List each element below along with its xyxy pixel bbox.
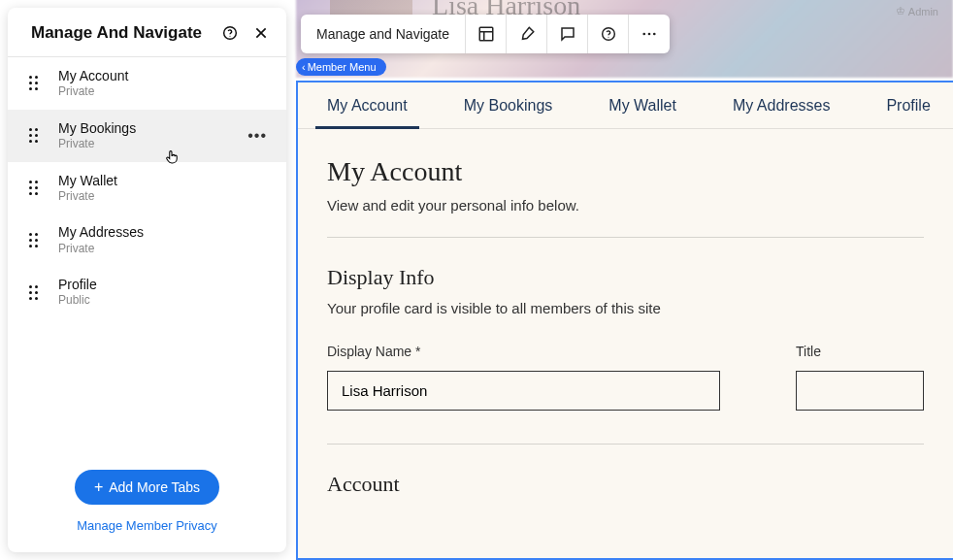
sidebar-item-privacy: Private xyxy=(58,84,128,100)
display-name-input[interactable] xyxy=(327,371,720,411)
plus-icon: + xyxy=(94,479,103,495)
sidebar-item-privacy: Private xyxy=(58,137,136,152)
sidebar-item-label: My Addresses xyxy=(58,223,144,241)
svg-rect-2 xyxy=(479,27,493,41)
toolbar-title[interactable]: Manage and Navigate xyxy=(301,15,466,53)
account-body: My Account View and edit your personal i… xyxy=(298,129,953,524)
drag-handle-icon[interactable] xyxy=(29,181,43,195)
drag-handle-icon[interactable] xyxy=(29,233,43,247)
section-subtitle: Your profile card is visible to all memb… xyxy=(327,300,924,316)
help-icon[interactable] xyxy=(220,23,240,43)
admin-badge: ♔ Admin xyxy=(896,5,938,17)
more-options-icon[interactable]: ••• xyxy=(247,127,267,145)
drag-handle-icon[interactable] xyxy=(29,128,43,143)
tabs-list: My Account Private My Bookings Private •… xyxy=(8,57,286,470)
panel-header-actions xyxy=(220,23,271,43)
title-label: Title xyxy=(796,344,924,359)
sidebar-item-label: Profile xyxy=(58,276,97,293)
comment-icon[interactable] xyxy=(547,15,588,53)
layout-icon[interactable] xyxy=(466,15,507,53)
tab-my-bookings[interactable]: My Bookings xyxy=(464,82,553,128)
member-tabs: My Account My Bookings My Wallet My Addr… xyxy=(298,82,953,129)
page-subtitle: View and edit your personal info below. xyxy=(327,197,924,214)
page-title: My Account xyxy=(327,156,924,187)
tab-my-addresses[interactable]: My Addresses xyxy=(733,82,830,128)
member-menu-label: Member Menu xyxy=(308,61,377,73)
svg-point-1 xyxy=(229,36,230,37)
add-more-tabs-label: Add More Tabs xyxy=(109,479,200,495)
design-icon[interactable] xyxy=(507,15,547,53)
tab-my-wallet[interactable]: My Wallet xyxy=(608,82,676,128)
admin-label: Admin xyxy=(908,6,938,17)
form-row: Display Name * Title xyxy=(327,344,924,411)
panel-title: Manage And Navigate xyxy=(31,23,202,43)
svg-point-4 xyxy=(608,37,608,38)
manage-navigate-panel: Manage And Navigate My Account Private M… xyxy=(8,8,286,552)
help-icon[interactable] xyxy=(588,15,629,53)
divider xyxy=(327,444,924,445)
divider xyxy=(327,237,924,238)
sidebar-item[interactable]: My Bookings Private ••• xyxy=(8,110,286,162)
sidebar-item[interactable]: My Addresses Private xyxy=(8,214,286,266)
close-icon[interactable] xyxy=(251,23,271,43)
title-field-group: Title xyxy=(796,344,924,411)
display-name-label: Display Name * xyxy=(327,344,720,359)
svg-point-5 xyxy=(642,33,645,36)
sidebar-item-privacy: Public xyxy=(58,293,97,309)
sidebar-item-privacy: Private xyxy=(58,242,144,257)
panel-header: Manage And Navigate xyxy=(8,8,286,57)
member-menu-chip[interactable]: ‹ Member Menu xyxy=(296,58,386,76)
element-toolbar: Manage and Navigate xyxy=(301,15,670,53)
drag-handle-icon[interactable] xyxy=(29,76,43,90)
sidebar-item-privacy: Private xyxy=(58,189,117,205)
svg-point-7 xyxy=(653,33,656,36)
display-name-field-group: Display Name * xyxy=(327,344,720,411)
editor-area: Lisa Harrison ♔ Admin Manage and Navigat… xyxy=(296,0,953,560)
member-area-frame: My Account My Bookings My Wallet My Addr… xyxy=(296,81,953,560)
sidebar-item-label: My Account xyxy=(58,67,128,84)
manage-privacy-link[interactable]: Manage Member Privacy xyxy=(23,518,271,533)
sidebar-item-label: My Bookings xyxy=(58,119,136,137)
section-title-account: Account xyxy=(327,472,924,497)
sidebar-item-label: My Wallet xyxy=(58,172,117,189)
chevron-left-icon: ‹ xyxy=(302,61,306,73)
panel-footer: + Add More Tabs Manage Member Privacy xyxy=(8,470,286,552)
crown-icon: ♔ xyxy=(896,5,905,17)
section-title-display-info: Display Info xyxy=(327,265,924,290)
tab-profile[interactable]: Profile xyxy=(886,82,930,128)
add-more-tabs-button[interactable]: + Add More Tabs xyxy=(75,470,219,505)
more-icon[interactable] xyxy=(629,15,670,53)
sidebar-item[interactable]: Profile Public xyxy=(8,266,286,318)
drag-handle-icon[interactable] xyxy=(29,285,43,300)
title-input[interactable] xyxy=(796,371,924,411)
tab-my-account[interactable]: My Account xyxy=(327,82,408,128)
sidebar-item[interactable]: My Wallet Private xyxy=(8,162,286,214)
svg-point-6 xyxy=(648,33,651,36)
sidebar-item[interactable]: My Account Private xyxy=(8,57,286,110)
